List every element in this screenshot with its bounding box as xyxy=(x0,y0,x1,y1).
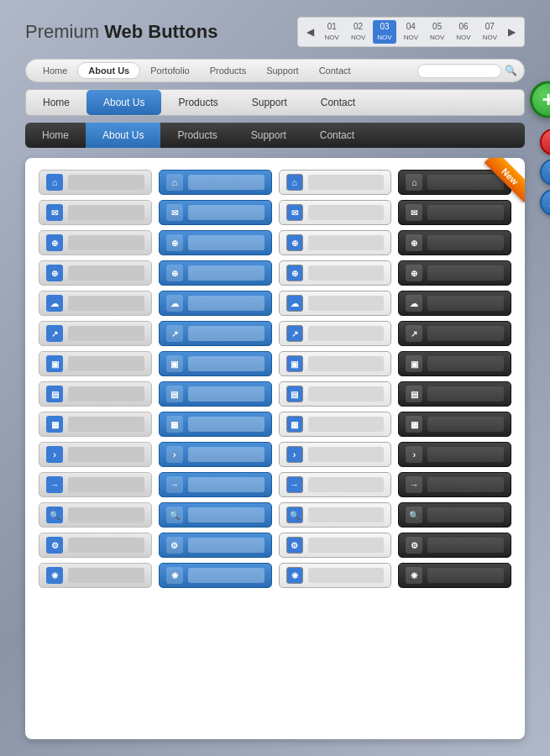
btn-search-dark[interactable]: 🔍 xyxy=(398,502,511,528)
btn-arrow-gray[interactable]: → xyxy=(39,472,152,497)
btn-doc-blue[interactable]: ▤ xyxy=(159,381,272,407)
btn-globe-blue[interactable]: ⊕ xyxy=(159,260,272,286)
play-icon-blue: › xyxy=(166,446,183,463)
btn-monitor-blue[interactable]: ▦ xyxy=(159,412,272,437)
scroll-up-button[interactable]: ▲ xyxy=(540,189,550,216)
email-icon-blue: ✉ xyxy=(166,204,183,221)
btn-play-gray[interactable]: › xyxy=(39,442,152,467)
btn-folder-gray[interactable]: ▣ xyxy=(39,351,152,376)
btn-cloud-outline[interactable]: ☁ xyxy=(279,291,392,316)
btn-users-outline[interactable]: ❋ xyxy=(279,563,392,588)
pag-07[interactable]: 07NOV xyxy=(479,20,501,44)
btn-monitor-dark[interactable]: ▦ xyxy=(398,412,511,437)
nav-thin-contact[interactable]: Contact xyxy=(309,63,361,78)
btn-text-bar xyxy=(308,386,385,402)
add-button[interactable]: + xyxy=(530,81,550,118)
pagination-next[interactable]: ▶ xyxy=(505,24,519,39)
btn-chart-outline[interactable]: ↗ xyxy=(279,321,392,346)
btn-arrow-dark[interactable]: → xyxy=(398,472,511,497)
scroll-down-button[interactable]: ▼ xyxy=(540,159,550,186)
btn-home-blue[interactable]: ⌂ xyxy=(159,170,272,195)
btn-search-outline[interactable]: 🔍 xyxy=(279,502,392,528)
nav-dark-contact[interactable]: Contact xyxy=(303,123,371,148)
btn-cart-gray[interactable]: ⊕ xyxy=(39,230,152,255)
btn-play-blue[interactable]: › xyxy=(159,442,272,467)
btn-play-dark[interactable]: › xyxy=(398,442,511,467)
btn-settings-dark[interactable]: ⚙ xyxy=(398,533,511,558)
btn-text-bar xyxy=(188,265,265,281)
btn-folder-dark[interactable]: ▣ xyxy=(398,351,511,376)
pag-05[interactable]: 05NOV xyxy=(426,20,448,44)
monitor-icon: ▦ xyxy=(46,416,63,433)
email-icon-dark: ✉ xyxy=(406,204,422,221)
btn-text-bar xyxy=(427,507,504,522)
btn-text-bar xyxy=(308,507,385,522)
pag-02[interactable]: 02NOV xyxy=(347,20,369,44)
search-icon[interactable]: 🔍 xyxy=(505,65,517,76)
nav-thin-products[interactable]: Products xyxy=(200,63,256,78)
pag-06[interactable]: 06NOV xyxy=(452,20,474,44)
down-arrow-icon: ▼ xyxy=(547,165,550,180)
nav-dark-about[interactable]: About Us xyxy=(86,123,160,148)
nav-dark-home[interactable]: Home xyxy=(25,123,86,148)
nav-thin-support[interactable]: Support xyxy=(256,63,309,78)
btn-globe-gray[interactable]: ⊕ xyxy=(39,260,152,286)
btn-email-gray[interactable]: ✉ xyxy=(39,200,152,225)
minus-button[interactable]: − xyxy=(540,129,550,155)
btn-chart-gray[interactable]: ↗ xyxy=(39,321,152,346)
pagination-prev[interactable]: ◀ xyxy=(303,24,317,39)
btn-arrow-blue[interactable]: → xyxy=(159,472,272,497)
nav-thin-about[interactable]: About Us xyxy=(77,62,140,79)
btn-text-bar xyxy=(308,356,385,371)
btn-arrow-outline[interactable]: → xyxy=(279,472,392,497)
nav-medium-about[interactable]: About Us xyxy=(86,90,161,115)
btn-cloud-gray[interactable]: ☁ xyxy=(39,291,152,316)
btn-text-bar xyxy=(188,568,265,583)
btn-settings-gray[interactable]: ⚙ xyxy=(39,533,152,558)
btn-settings-outline[interactable]: ⚙ xyxy=(279,533,392,558)
chart-icon-dark: ↗ xyxy=(406,325,422,342)
btn-search-blue[interactable]: 🔍 xyxy=(159,502,272,528)
btn-cloud-dark[interactable]: ☁ xyxy=(398,291,511,316)
btn-doc-outline[interactable]: ▤ xyxy=(279,381,392,407)
btn-folder-outline[interactable]: ▣ xyxy=(279,351,392,376)
nav-thin-home[interactable]: Home xyxy=(33,63,77,78)
btn-monitor-gray[interactable]: ▦ xyxy=(39,412,152,437)
btn-monitor-outline[interactable]: ▦ xyxy=(279,412,392,437)
btn-globe-outline[interactable]: ⊕ xyxy=(279,260,392,286)
btn-users-dark[interactable]: ❋ xyxy=(398,563,511,588)
nav-thin-portfolio[interactable]: Portofolio xyxy=(140,63,199,78)
btn-folder-blue[interactable]: ▣ xyxy=(159,351,272,376)
search-input[interactable] xyxy=(417,64,501,78)
cart-icon: ⊕ xyxy=(46,234,63,251)
btn-chart-blue[interactable]: ↗ xyxy=(159,321,272,346)
btn-users-blue[interactable]: ❋ xyxy=(159,563,272,588)
btn-globe-dark[interactable]: ⊕ xyxy=(398,260,511,286)
nav-medium-support[interactable]: Support xyxy=(235,90,304,115)
nav-medium-products[interactable]: Products xyxy=(161,90,234,115)
btn-email-outline[interactable]: ✉ xyxy=(279,200,392,225)
pag-03[interactable]: 03NOV xyxy=(373,20,395,44)
btn-home-gray[interactable]: ⌂ xyxy=(39,170,152,195)
btn-text-bar xyxy=(188,417,265,432)
btn-doc-gray[interactable]: ▤ xyxy=(39,381,152,407)
btn-users-gray[interactable]: ❋ xyxy=(39,563,152,588)
nav-medium-contact[interactable]: Contact xyxy=(304,90,372,115)
nav-medium-home[interactable]: Home xyxy=(26,90,86,115)
btn-doc-dark[interactable]: ▤ xyxy=(398,381,511,407)
btn-cart-dark[interactable]: ⊕ xyxy=(398,230,511,255)
btn-cart-outline[interactable]: ⊕ xyxy=(279,230,392,255)
btn-text-bar xyxy=(308,417,385,432)
btn-chart-dark[interactable]: ↗ xyxy=(398,321,511,346)
nav-dark-products[interactable]: Products xyxy=(160,123,233,148)
pag-04[interactable]: 04NOV xyxy=(400,20,422,44)
btn-email-blue[interactable]: ✉ xyxy=(159,200,272,225)
btn-search-gray[interactable]: 🔍 xyxy=(39,502,152,528)
btn-cloud-blue[interactable]: ☁ xyxy=(159,291,272,316)
btn-settings-blue[interactable]: ⚙ xyxy=(159,533,272,558)
pag-01[interactable]: 01NOV xyxy=(321,20,343,44)
btn-cart-blue[interactable]: ⊕ xyxy=(159,230,272,255)
nav-dark-support[interactable]: Support xyxy=(234,123,303,148)
btn-play-outline[interactable]: › xyxy=(279,442,392,467)
btn-home-outline[interactable]: ⌂ xyxy=(279,170,392,195)
